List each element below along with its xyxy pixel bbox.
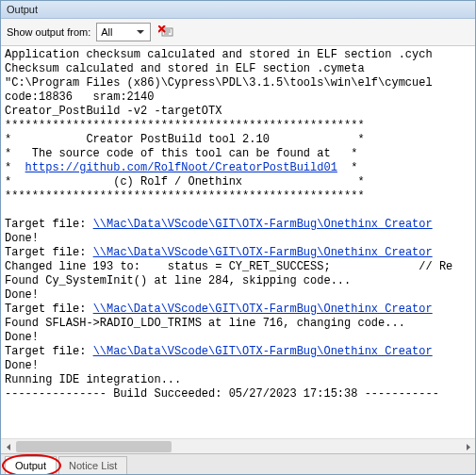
bottom-tabs: OutputNotice List <box>1 453 475 474</box>
log-line: * https://github.com/RolfNoot/CreatorPos… <box>5 161 471 175</box>
log-line: Creator_PostBuild -v2 -targetOTX <box>5 105 471 119</box>
log-link[interactable]: \\Mac\Data\VScode\GIT\OTX-FarmBug\Onethi… <box>93 345 433 358</box>
log-line: Target file: \\Mac\Data\VScode\GIT\OTX-F… <box>5 345 471 359</box>
output-toolbar: Show output from: All <box>1 19 475 46</box>
log-line: * (c) Rolf / Onethinx * <box>5 175 471 189</box>
tab-notice-list[interactable]: Notice List <box>58 456 127 474</box>
log-line: Target file: \\Mac\Data\VScode\GIT\OTX-F… <box>5 303 471 317</box>
scrollbar-thumb[interactable] <box>16 441 172 452</box>
output-filter-dropdown[interactable]: All <box>96 23 151 41</box>
chevron-down-icon <box>135 30 146 35</box>
log-line: Target file: \\Mac\Data\VScode\GIT\OTX-F… <box>5 246 471 260</box>
output-content: Application checksum calculated and stor… <box>1 46 475 453</box>
clear-output-button[interactable] <box>156 23 175 41</box>
log-link[interactable]: https://github.com/RolfNoot/CreatorPostB… <box>25 161 337 174</box>
log-line: Done! <box>5 331 471 345</box>
log-line: code:18836 sram:2140 <box>5 90 471 105</box>
show-output-label: Show output from: <box>7 26 90 38</box>
dropdown-selected-value: All <box>101 26 135 38</box>
log-line: Found SFLASH->RADIO_LDO_TRIMS at line 71… <box>5 317 471 331</box>
scroll-left-icon[interactable] <box>1 439 16 453</box>
log-line <box>5 204 471 218</box>
log-line: ****************************************… <box>5 119 471 133</box>
log-line: ****************************************… <box>5 189 471 204</box>
output-text-area[interactable]: Application checksum calculated and stor… <box>1 46 475 453</box>
panel-titlebar: Output <box>1 1 475 19</box>
log-line: "C:\Program Files (x86)\Cypress\PDL\3.1.… <box>5 76 471 90</box>
scrollbar-track[interactable] <box>16 439 460 453</box>
horizontal-scrollbar[interactable] <box>1 438 475 453</box>
log-line: * Creator PostBuild tool 2.10 * <box>5 133 471 147</box>
log-line: Done! <box>5 288 471 303</box>
log-line: * The source code of this tool can be fo… <box>5 147 471 161</box>
panel-title: Output <box>7 4 38 15</box>
log-line: Application checksum calculated and stor… <box>5 48 471 62</box>
log-line: Done! <box>5 232 471 246</box>
log-line: Target file: \\Mac\Data\VScode\GIT\OTX-F… <box>5 218 471 232</box>
log-line: Found Cy_SystemInit() at line 284, skipp… <box>5 274 471 288</box>
log-link[interactable]: \\Mac\Data\VScode\GIT\OTX-FarmBug\Onethi… <box>93 303 433 316</box>
log-line: Checksum calculated and stored in ELF se… <box>5 62 471 76</box>
log-link[interactable]: \\Mac\Data\VScode\GIT\OTX-FarmBug\Onethi… <box>93 246 433 259</box>
log-line: Done! <box>5 359 471 373</box>
log-line <box>5 401 471 416</box>
log-line: Changed line 193 to: status = CY_RET_SUC… <box>5 260 471 274</box>
log-line: --------------- Build Succeeded: 05/27/2… <box>5 387 471 401</box>
tab-output[interactable]: Output <box>5 456 57 474</box>
log-link[interactable]: \\Mac\Data\VScode\GIT\OTX-FarmBug\Onethi… <box>93 218 433 231</box>
scroll-right-icon[interactable] <box>460 439 475 453</box>
log-line: Running IDE integration... <box>5 373 471 387</box>
